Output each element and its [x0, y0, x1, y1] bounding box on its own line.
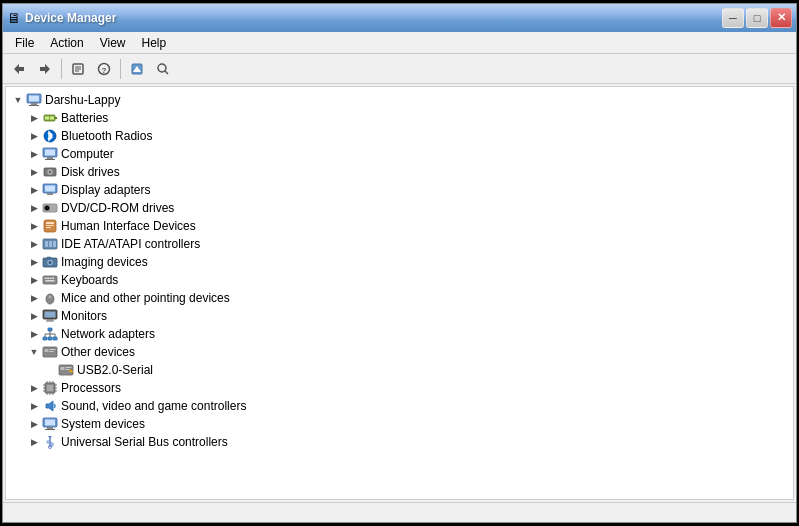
root-collapse-icon[interactable]: ▼ — [10, 92, 26, 108]
title-bar-buttons: ─ □ ✕ — [722, 8, 792, 28]
toolbar: ? — [3, 54, 796, 84]
network-expand-icon[interactable]: ▶ — [26, 326, 42, 342]
tree-item-hid[interactable]: ▶ Human Interface Devices — [6, 217, 793, 235]
svg-rect-73 — [61, 367, 65, 370]
usb-label: Universal Serial Bus controllers — [61, 435, 228, 449]
bluetooth-icon — [42, 128, 58, 144]
tree-item-network[interactable]: ▶ Network adapters — [6, 325, 793, 343]
tree-item-usb2serial[interactable]: ▶ ! USB2.0-Serial — [6, 361, 793, 379]
svg-rect-69 — [45, 349, 49, 352]
processors-expand-icon[interactable]: ▶ — [26, 380, 42, 396]
network-icon — [42, 326, 58, 342]
ide-label: IDE ATA/ATAPI controllers — [61, 237, 200, 251]
dvd-expand-icon[interactable]: ▶ — [26, 200, 42, 216]
system-icon — [42, 416, 58, 432]
svg-rect-61 — [48, 337, 52, 340]
keyboards-expand-icon[interactable]: ▶ — [26, 272, 42, 288]
svg-rect-71 — [50, 351, 54, 352]
bluetooth-label: Bluetooth Radios — [61, 129, 152, 143]
tree-item-system[interactable]: ▶ System devices — [6, 415, 793, 433]
system-label: System devices — [61, 417, 145, 431]
tree-item-other[interactable]: ▼ Other devices — [6, 343, 793, 361]
svg-rect-17 — [55, 117, 57, 119]
svg-point-33 — [46, 207, 48, 209]
tree-item-ide[interactable]: ▶ IDE ATA/ATAPI controllers — [6, 235, 793, 253]
maximize-button[interactable]: □ — [746, 8, 768, 28]
disk-expand-icon[interactable]: ▶ — [26, 164, 42, 180]
imaging-expand-icon[interactable]: ▶ — [26, 254, 42, 270]
bluetooth-expand-icon[interactable]: ▶ — [26, 128, 42, 144]
tree-item-disk[interactable]: ▶ Disk drives — [6, 163, 793, 181]
tree-item-imaging[interactable]: ▶ Imaging devices — [6, 253, 793, 271]
tree-root[interactable]: ▼ Darshu-Lappy — [6, 91, 793, 109]
ide-expand-icon[interactable]: ▶ — [26, 236, 42, 252]
forward-button[interactable] — [33, 57, 57, 81]
monitors-icon — [42, 308, 58, 324]
svg-point-27 — [49, 171, 51, 173]
update-button[interactable] — [125, 57, 149, 81]
svg-text:?: ? — [102, 66, 107, 75]
svg-rect-47 — [45, 278, 47, 280]
minimize-button[interactable]: ─ — [722, 8, 744, 28]
tree-item-usb[interactable]: ▶ Universal Serial Bus controllers — [6, 433, 793, 451]
tree-item-display[interactable]: ▶ Display adapters — [6, 181, 793, 199]
close-button[interactable]: ✕ — [770, 8, 792, 28]
usb-icon — [42, 434, 58, 450]
status-bar — [3, 502, 796, 522]
display-expand-icon[interactable]: ▶ — [26, 182, 42, 198]
svg-marker-92 — [46, 401, 53, 411]
system-expand-icon[interactable]: ▶ — [26, 416, 42, 432]
tree-item-mice[interactable]: ▶ Mice and other pointing devices — [6, 289, 793, 307]
usb2serial-icon: ! — [58, 362, 74, 378]
tree-item-batteries[interactable]: ▶ Batteries — [6, 109, 793, 127]
tree-item-bluetooth[interactable]: ▶ Bluetooth Radios — [6, 127, 793, 145]
svg-point-10 — [158, 64, 166, 72]
svg-rect-45 — [47, 257, 51, 259]
tree-item-keyboards[interactable]: ▶ Keyboards — [6, 271, 793, 289]
properties-button[interactable] — [66, 57, 90, 81]
menu-action[interactable]: Action — [42, 34, 91, 52]
tree-item-sound[interactable]: ▶ Sound, video and game controllers — [6, 397, 793, 415]
disk-icon — [42, 164, 58, 180]
svg-rect-51 — [46, 280, 55, 282]
menu-view[interactable]: View — [92, 34, 134, 52]
tree-item-processors[interactable]: ▶ — [6, 379, 793, 397]
monitors-expand-icon[interactable]: ▶ — [26, 308, 42, 324]
keyboards-label: Keyboards — [61, 273, 118, 287]
display-icon — [42, 182, 58, 198]
scan-button[interactable] — [151, 57, 175, 81]
svg-rect-29 — [45, 186, 55, 192]
network-label: Network adapters — [61, 327, 155, 341]
svg-rect-35 — [46, 222, 54, 224]
tree-item-computer[interactable]: ▶ Computer — [6, 145, 793, 163]
device-tree-panel[interactable]: ▼ Darshu-Lappy ▶ — [5, 86, 794, 500]
svg-rect-59 — [48, 328, 52, 331]
hid-label: Human Interface Devices — [61, 219, 196, 233]
other-expand-icon[interactable]: ▼ — [26, 344, 42, 360]
menu-help[interactable]: Help — [134, 34, 175, 52]
svg-rect-14 — [31, 103, 37, 105]
mice-expand-icon[interactable]: ▶ — [26, 290, 42, 306]
tree-item-dvd[interactable]: ▶ DVD/CD-ROM drives — [6, 199, 793, 217]
tree-item-monitors[interactable]: ▶ Monitors — [6, 307, 793, 325]
svg-rect-39 — [45, 241, 48, 247]
mice-label: Mice and other pointing devices — [61, 291, 230, 305]
help-button[interactable]: ? — [92, 57, 116, 81]
svg-rect-50 — [52, 278, 54, 280]
menu-file[interactable]: File — [7, 34, 42, 52]
svg-rect-94 — [45, 420, 55, 426]
sound-expand-icon[interactable]: ▶ — [26, 398, 42, 414]
computer-expand-icon[interactable]: ▶ — [26, 146, 42, 162]
title-bar: 🖥 Device Manager ─ □ ✕ — [3, 4, 796, 32]
batteries-expand-icon[interactable]: ▶ — [26, 110, 42, 126]
back-button[interactable] — [7, 57, 31, 81]
hid-expand-icon[interactable]: ▶ — [26, 218, 42, 234]
svg-rect-62 — [53, 337, 57, 340]
svg-rect-40 — [49, 241, 52, 247]
svg-rect-58 — [46, 321, 54, 322]
usb-expand-icon[interactable]: ▶ — [26, 434, 42, 450]
keyboards-icon — [42, 272, 58, 288]
svg-rect-19 — [50, 117, 54, 120]
usb2serial-label: USB2.0-Serial — [77, 363, 153, 377]
device-tree: ▼ Darshu-Lappy ▶ — [6, 87, 793, 455]
